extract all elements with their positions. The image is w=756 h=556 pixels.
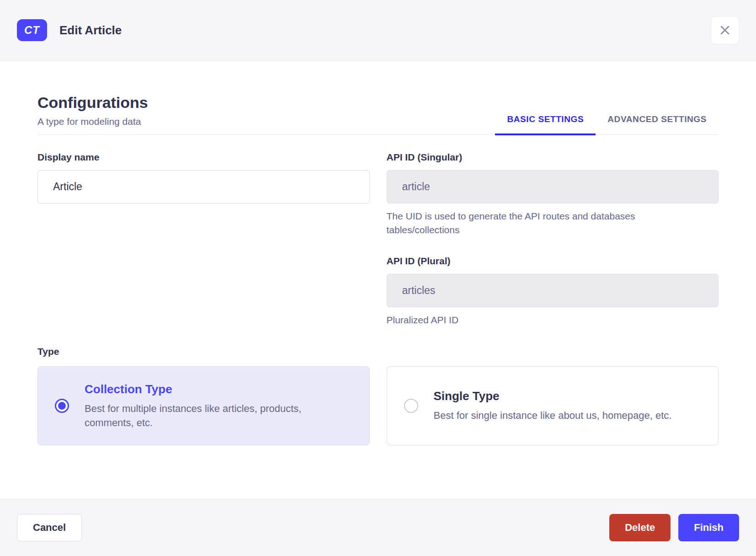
content-type-badge-label: CT: [24, 24, 40, 37]
api-id-singular-label: API ID (Singular): [387, 152, 719, 163]
single-type-title: Single Type: [434, 389, 672, 403]
modal-footer: Cancel Delete Finish: [0, 499, 756, 556]
single-type-description: Best for single instance like about us, …: [434, 408, 672, 422]
radio-collection-type-icon[interactable]: [55, 399, 69, 413]
api-id-plural-field: API ID (Plural) Pluralized API ID: [387, 256, 719, 327]
configurations-form: Display name API ID (Singular) The UID i…: [37, 152, 719, 327]
type-options: Collection Type Best for multiple instan…: [37, 366, 719, 445]
display-name-input[interactable]: [37, 170, 370, 203]
api-id-plural-label: API ID (Plural): [387, 256, 719, 267]
api-id-plural-input: [387, 274, 719, 307]
type-label: Type: [37, 346, 719, 357]
cancel-button[interactable]: Cancel: [17, 514, 82, 541]
form-column-right: API ID (Singular) The UID is used to gen…: [387, 152, 719, 327]
configurations-header: Configurations A type for modeling data …: [37, 94, 719, 135]
type-section: Type Collection Type Best for multiple i…: [37, 346, 719, 445]
modal-header: CT Edit Article: [0, 0, 756, 61]
form-column-left: Display name: [37, 152, 370, 327]
radio-single-type-icon[interactable]: [404, 399, 418, 413]
collection-type-description: Best for multiple instances like article…: [85, 401, 345, 430]
single-type-text: Single Type Best for single instance lik…: [434, 389, 672, 422]
configurations-subtitle: A type for modeling data: [37, 116, 148, 127]
footer-actions: Delete Finish: [609, 514, 739, 541]
finish-button[interactable]: Finish: [678, 514, 739, 541]
api-id-plural-hint: Pluralized API ID: [387, 313, 679, 327]
display-name-field: Display name: [37, 152, 370, 203]
type-option-single-type[interactable]: Single Type Best for single instance lik…: [387, 366, 719, 445]
tab-basic-settings[interactable]: BASIC SETTINGS: [495, 114, 596, 135]
close-icon: [719, 24, 731, 37]
content-type-badge-icon: CT: [17, 19, 47, 41]
api-id-singular-input: [387, 170, 719, 203]
collection-type-text: Collection Type Best for multiple instan…: [85, 382, 345, 430]
settings-tabs: BASIC SETTINGS ADVANCED SETTINGS: [495, 114, 719, 134]
close-button[interactable]: [711, 16, 739, 44]
type-option-collection-type[interactable]: Collection Type Best for multiple instan…: [37, 366, 370, 445]
modal-title: Edit Article: [59, 23, 122, 37]
modal-body: Configurations A type for modeling data …: [0, 61, 756, 499]
configurations-titles: Configurations A type for modeling data: [37, 94, 148, 134]
collection-type-title: Collection Type: [85, 382, 345, 396]
api-id-singular-hint: The UID is used to generate the API rout…: [387, 209, 679, 237]
configurations-title: Configurations: [37, 94, 148, 112]
delete-button[interactable]: Delete: [609, 514, 671, 541]
display-name-label: Display name: [37, 152, 370, 163]
tab-advanced-settings[interactable]: ADVANCED SETTINGS: [596, 114, 719, 135]
header-title-group: CT Edit Article: [17, 19, 122, 41]
api-id-singular-field: API ID (Singular) The UID is used to gen…: [387, 152, 719, 237]
